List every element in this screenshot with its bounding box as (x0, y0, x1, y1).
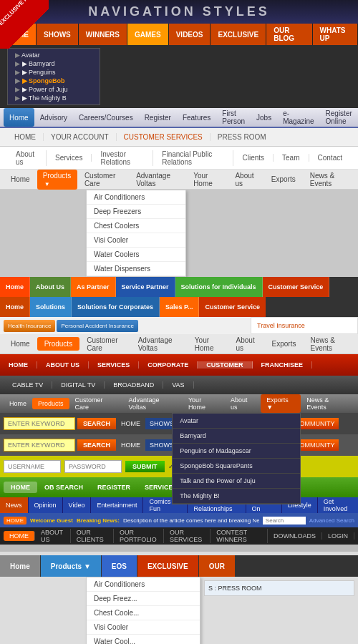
sr2-home[interactable]: HOME (118, 441, 143, 449)
black-contest[interactable]: CONTEST WINNERS (211, 529, 268, 543)
about-tab-contact[interactable]: Contact (309, 154, 351, 162)
corp-franchisee[interactable]: FRANCHISEE (253, 361, 313, 369)
pn2-about[interactable]: About us (229, 336, 265, 352)
tab-customer-services[interactable]: CUSTOMER SERVICES (117, 133, 211, 141)
gray-exports[interactable]: Exports ▼ (261, 394, 301, 413)
nav-blog[interactable]: OUR BLOG (266, 24, 311, 45)
about-tab-services[interactable]: Services (47, 154, 92, 162)
lower-exclusive[interactable]: EXCLUSIVE (137, 555, 198, 577)
colorful-solutions[interactable]: Solutions for Individuals (175, 277, 263, 297)
lower-dd-ac[interactable]: Air Conditioners (87, 577, 200, 592)
vas[interactable]: VAS (163, 381, 193, 389)
lower-dd-cc[interactable]: Chest Coole... (87, 606, 200, 620)
dropdown-visi[interactable]: Visi Cooler (87, 233, 185, 248)
about-tab-clients[interactable]: Clients (233, 154, 274, 162)
pn2-care[interactable]: Customer Care (79, 336, 131, 352)
nav-blue-register-online[interactable]: Register Online (320, 108, 358, 127)
products-nav-home[interactable]: Home (4, 175, 37, 183)
about-tab-team[interactable]: Team (274, 154, 309, 162)
nav-blue-register[interactable]: Register (139, 108, 177, 127)
gray-care[interactable]: Customer Care (69, 396, 123, 411)
black-home[interactable]: HOME (4, 531, 35, 541)
submit-btn[interactable]: SUBMIT (125, 461, 165, 472)
lower-dd-df[interactable]: Deep Freez... (87, 592, 200, 606)
c2-solutions[interactable]: Solutions (30, 297, 72, 317)
gray-yourhome[interactable]: Your Home (183, 396, 225, 411)
products-nav-news[interactable]: News & Events (303, 172, 354, 187)
gray-products[interactable]: Products (32, 398, 69, 409)
dropdown-mightyb[interactable]: ▶ The Mighty B (15, 94, 92, 102)
sub-avatar[interactable]: Avatar (173, 414, 300, 429)
pn2-products[interactable]: Products (37, 337, 79, 351)
lower-dd-visi[interactable]: Visi Cooler (87, 620, 200, 635)
c2-corp[interactable]: Solutions for Corporates (72, 297, 160, 317)
gray-home[interactable]: Home (4, 400, 32, 407)
nav-exclusive[interactable]: EXCLUSIVE (211, 24, 266, 45)
dropdown-penguins[interactable]: ▶ Penguins (15, 69, 92, 76)
sr1-home[interactable]: HOME (118, 413, 143, 434)
dropdown-spongebob[interactable]: ▶ SpongeBob (15, 77, 92, 84)
products-nav-exports[interactable]: Exports (264, 175, 303, 183)
username-input[interactable] (4, 460, 61, 473)
dropdown-water[interactable]: Water Coolers (87, 248, 185, 262)
pn2-news[interactable]: News & Events (303, 336, 354, 352)
pn2-exports[interactable]: Exports (265, 340, 304, 348)
about-tab-financial[interactable]: Financial Public Relations (153, 150, 233, 166)
products-nav-care[interactable]: Customer Care (77, 172, 129, 187)
colorful-partner[interactable]: As Partner (71, 277, 116, 297)
password-input[interactable] (64, 460, 122, 473)
sub-spongebob[interactable]: SpongeBob SquarePants (173, 459, 300, 474)
lower-dd-water[interactable]: Water Cool... (87, 635, 200, 644)
tab-account[interactable]: YOUR ACCOUNT (44, 133, 117, 141)
cable-tv[interactable]: CABLE TV (4, 381, 52, 389)
black-login[interactable]: LOGIN (322, 532, 354, 540)
corp-corporate[interactable]: CORPORATE (139, 361, 198, 369)
black-portfolio[interactable]: OUR PORTFOLIO (114, 529, 164, 543)
pn2-advantage[interactable]: Advantage Voltas (131, 336, 188, 352)
dropdown-barnyard[interactable]: ▶ Barnyard (15, 60, 92, 67)
dropdown-df[interactable]: Deep Freezers (87, 205, 185, 219)
dropdown-ac[interactable]: Air Conditioners (87, 190, 185, 205)
nav-blue-emagazine[interactable]: e-Magazine (277, 108, 319, 127)
search-btn-1[interactable]: SEARCH (77, 418, 116, 429)
health-insurance-btn[interactable]: Health Insurance (4, 320, 55, 332)
about-tab-investor[interactable]: Investor Relations (92, 150, 153, 166)
sub-barnyard[interactable]: Barnyard (173, 429, 300, 444)
nav-blue-firstperson[interactable]: First Person (216, 108, 251, 127)
nav-blue-home[interactable]: Home (4, 108, 34, 127)
sub-juju[interactable]: Talk and the Power of Juju (173, 474, 300, 489)
digital-tv[interactable]: DIGITAL TV (52, 381, 105, 389)
news-search-input[interactable] (263, 517, 306, 525)
nav-videos[interactable]: VIDEOS (169, 24, 211, 45)
nav-blue-features[interactable]: Features (177, 108, 216, 127)
green-obsearch[interactable]: OB SEARCH (37, 484, 90, 491)
black-about[interactable]: ABOUT US (35, 529, 71, 543)
black-clients[interactable]: OUR CLIENTS (71, 529, 114, 543)
tab-press-room[interactable]: PRESS ROOM (211, 133, 274, 141)
sub-penguins[interactable]: Penguins of Madagascar (173, 444, 300, 459)
lower-products-selected[interactable]: Products ▼ (41, 555, 101, 577)
search-input-2[interactable] (4, 439, 75, 452)
products-nav-advantage[interactable]: Advantage Voltas (129, 172, 186, 187)
about-tab-aboutus[interactable]: About us (7, 150, 47, 166)
news-tab-getinvolved[interactable]: Get Involved (318, 497, 358, 513)
dropdown-cc[interactable]: Chest Coolers (87, 219, 185, 233)
gray-advantage[interactable]: Advantage Voltas (122, 396, 183, 411)
colorful-about[interactable]: About Us (30, 277, 71, 297)
pn2-home[interactable]: Home (4, 340, 37, 348)
tab-home[interactable]: HOME (7, 133, 44, 141)
nav-blue-careers[interactable]: Careers/Courses (73, 108, 139, 127)
colorful-home[interactable]: Home (0, 277, 30, 297)
products-nav-yourhome[interactable]: Your Home (186, 172, 228, 187)
news-tab-entertainment[interactable]: Entertainment (91, 497, 143, 513)
gray-news[interactable]: News & Events (301, 396, 354, 411)
products-nav-aboutus[interactable]: About us (228, 172, 263, 187)
c2-home[interactable]: Home (0, 297, 30, 317)
black-services[interactable]: OUR SERVICES (164, 529, 211, 543)
personal-accident-btn[interactable]: Personal Accident Insurance (57, 320, 137, 332)
dropdown-juju[interactable]: ▶ Power of Juju (15, 86, 92, 93)
green-home[interactable]: HOME (4, 482, 37, 493)
lower-eos[interactable]: EOS (102, 555, 137, 577)
corp-customer[interactable]: CUSTOMER (198, 361, 252, 369)
colorful-service-partner[interactable]: Service Partner (116, 277, 175, 297)
